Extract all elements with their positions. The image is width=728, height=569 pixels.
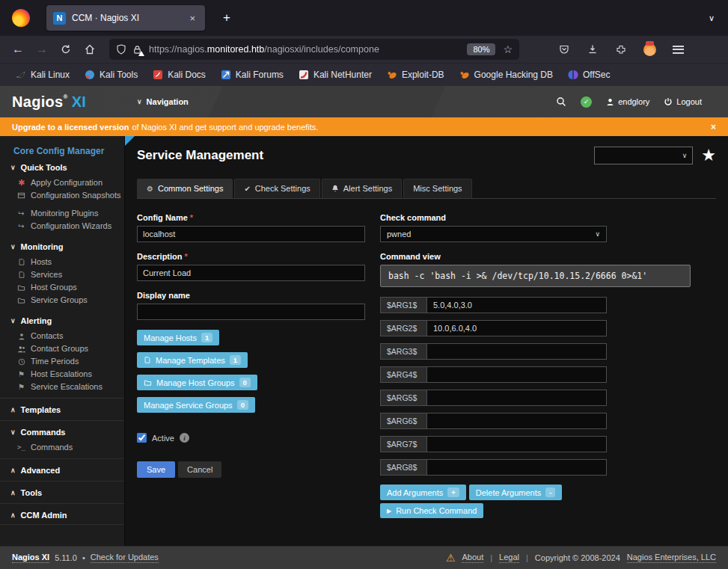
footer-brand-link[interactable]: Nagios XI bbox=[12, 553, 49, 563]
people-icon bbox=[16, 345, 26, 353]
file-icon bbox=[16, 258, 26, 266]
forward-button[interactable]: → bbox=[30, 39, 54, 60]
bookmark-google-hacking-db[interactable]: Google Hacking DB bbox=[454, 67, 558, 82]
check-command-select[interactable]: pwned ∨ bbox=[380, 226, 607, 242]
run-check-command-button[interactable]: ▶ Run Check Command bbox=[380, 503, 483, 518]
manage-templates-button[interactable]: Manage Templates 1 bbox=[137, 352, 248, 368]
arg8-input[interactable] bbox=[426, 459, 607, 476]
tab-alert-settings[interactable]: Alert Settings bbox=[322, 179, 402, 198]
firefox-icon[interactable] bbox=[12, 9, 30, 27]
section-header-quick-tools[interactable]: ∨ Quick Tools bbox=[0, 156, 124, 176]
bookmark-kali-tools[interactable]: Kali Tools bbox=[79, 67, 143, 82]
chevron-down-icon: ∨ bbox=[595, 230, 600, 238]
favorites-select[interactable]: ∨ bbox=[594, 147, 693, 164]
legal-link[interactable]: Legal bbox=[499, 553, 519, 563]
disk-icon bbox=[16, 191, 26, 200]
sidebar-item-services[interactable]: Services bbox=[0, 268, 124, 281]
section-header-ccm-admin[interactable]: ∧ CCM Admin bbox=[0, 504, 124, 524]
sidebar-item-commands[interactable]: >_ Commands bbox=[0, 441, 124, 454]
external-link-arrow-icon: ↪ bbox=[16, 209, 26, 218]
bookmark-kali-linux[interactable]: Kali Linux bbox=[10, 67, 75, 82]
navigation-dropdown[interactable]: ∨ Navigation bbox=[137, 97, 189, 106]
page-zoom-badge[interactable]: 80% bbox=[467, 43, 495, 55]
sidebar-item-hosts[interactable]: Hosts bbox=[0, 256, 124, 268]
display-name-input[interactable] bbox=[137, 304, 365, 320]
sidebar-item-host-escalations[interactable]: ⚑ Host Escalations bbox=[0, 368, 124, 381]
home-button[interactable] bbox=[78, 39, 102, 60]
section-header-monitoring[interactable]: ∨ Monitoring bbox=[0, 236, 124, 256]
downloads-icon[interactable] bbox=[581, 39, 605, 60]
browser-menu-icon[interactable] bbox=[666, 39, 690, 60]
about-link[interactable]: About bbox=[462, 553, 483, 563]
folder-icon bbox=[144, 378, 152, 387]
extensions-puzzle-icon[interactable] bbox=[609, 39, 633, 60]
arg2-input[interactable] bbox=[426, 320, 607, 336]
arg5-input[interactable] bbox=[426, 390, 607, 406]
bookmark-star-icon[interactable]: ☆ bbox=[503, 43, 513, 55]
logout-button[interactable]: Logout bbox=[664, 97, 702, 106]
sidebar-item-configuration-snapshots[interactable]: Configuration Snapshots bbox=[0, 189, 124, 202]
cancel-button[interactable]: Cancel bbox=[178, 461, 221, 478]
sidebar-item-service-groups[interactable]: Service Groups bbox=[0, 294, 124, 307]
user-menu[interactable]: endglory bbox=[606, 97, 649, 106]
company-link[interactable]: Nagios Enterprises, LLC bbox=[627, 553, 716, 563]
banner-close-icon[interactable]: × bbox=[711, 122, 716, 132]
tab-misc-settings[interactable]: Misc Settings bbox=[403, 179, 471, 198]
section-header-alerting[interactable]: ∨ Alerting bbox=[0, 310, 124, 330]
bookmark-kali-docs[interactable]: Kali Docs bbox=[147, 67, 211, 82]
save-button[interactable]: Save bbox=[137, 461, 175, 478]
favorite-star-icon[interactable]: ★ bbox=[701, 147, 716, 164]
bookmarks-bar: Kali Linux Kali Tools Kali Docs Kali For… bbox=[0, 63, 728, 86]
sidebar-item-contact-groups[interactable]: Contact Groups bbox=[0, 342, 124, 355]
back-button[interactable]: ← bbox=[6, 39, 30, 60]
foxyproxy-extension-icon[interactable] bbox=[637, 39, 661, 60]
bookmark-kali-nethunter[interactable]: Kali NetHunter bbox=[293, 67, 377, 82]
sidebar-item-contacts[interactable]: Contacts bbox=[0, 330, 124, 342]
info-icon[interactable]: i bbox=[180, 433, 189, 443]
tracking-protection-shield-icon[interactable] bbox=[116, 44, 126, 55]
section-header-templates[interactable]: ∧ Templates bbox=[0, 399, 124, 419]
status-check-icon[interactable]: ✓ bbox=[581, 96, 592, 108]
bookmark-exploit-db[interactable]: Exploit-DB bbox=[382, 67, 450, 82]
description-input[interactable] bbox=[137, 265, 365, 281]
list-all-tabs-icon[interactable]: ∨ bbox=[703, 10, 721, 26]
bookmark-kali-forums[interactable]: Kali Forums bbox=[215, 67, 289, 82]
config-name-input[interactable] bbox=[137, 226, 365, 242]
arg4-input[interactable] bbox=[426, 366, 607, 383]
arg6-input[interactable] bbox=[426, 413, 607, 429]
nagios-logo[interactable]: Nagios®XI bbox=[12, 93, 86, 111]
url-bar[interactable]: https://nagios.monitored.htb/nagiosxi/in… bbox=[109, 39, 519, 60]
warning-triangle-icon: ⚠ bbox=[446, 552, 456, 564]
arg1-input[interactable] bbox=[426, 297, 607, 313]
sidebar-item-time-periods[interactable]: Time Periods bbox=[0, 355, 124, 368]
sidebar-item-apply-configuration[interactable]: ✱ Apply Configuration bbox=[0, 176, 124, 189]
section-header-commands[interactable]: ∨ Commands bbox=[0, 421, 124, 441]
manage-service-groups-button[interactable]: Manage Service Groups 0 bbox=[137, 397, 255, 413]
tab-check-settings[interactable]: ✔ Check Settings bbox=[234, 179, 319, 198]
browser-tab[interactable]: N CCM · Nagios XI × bbox=[46, 5, 205, 31]
pocket-icon[interactable] bbox=[552, 39, 576, 60]
reload-button[interactable] bbox=[54, 39, 78, 60]
manage-host-groups-button[interactable]: Manage Host Groups 0 bbox=[137, 375, 257, 390]
active-checkbox[interactable] bbox=[137, 433, 147, 443]
sidebar-item-host-groups[interactable]: Host Groups bbox=[0, 281, 124, 294]
add-arguments-button[interactable]: Add Arguments + bbox=[380, 485, 466, 500]
search-icon[interactable] bbox=[556, 96, 566, 107]
new-tab-button[interactable]: + bbox=[217, 9, 236, 27]
arg3-input[interactable] bbox=[426, 343, 607, 360]
section-header-advanced[interactable]: ∧ Advanced bbox=[0, 459, 124, 479]
delete-arguments-button[interactable]: Delete Arguments - bbox=[469, 485, 563, 500]
section-header-tools[interactable]: ∧ Tools bbox=[0, 482, 124, 502]
arg7-input[interactable] bbox=[426, 436, 607, 452]
sidebar-title-link[interactable]: Core Config Manager bbox=[0, 146, 124, 156]
sidebar-item-monitoring-plugins[interactable]: ↪ Monitoring Plugins bbox=[0, 207, 124, 220]
arg-label: $ARG7$ bbox=[380, 436, 426, 452]
connection-lock-icon[interactable] bbox=[132, 45, 142, 55]
tab-close-icon[interactable]: × bbox=[186, 11, 198, 25]
sidebar-item-service-escalations[interactable]: ⚑ Service Escalations bbox=[0, 381, 124, 393]
check-for-updates-link[interactable]: Check for Updates bbox=[91, 553, 159, 563]
sidebar-item-configuration-wizards[interactable]: ↪ Configuration Wizards bbox=[0, 220, 124, 233]
manage-hosts-button[interactable]: Manage Hosts 1 bbox=[137, 330, 219, 345]
bookmark-offsec[interactable]: OffSec bbox=[563, 67, 615, 82]
tab-common-settings[interactable]: ⚙ Common Settings bbox=[137, 179, 233, 198]
